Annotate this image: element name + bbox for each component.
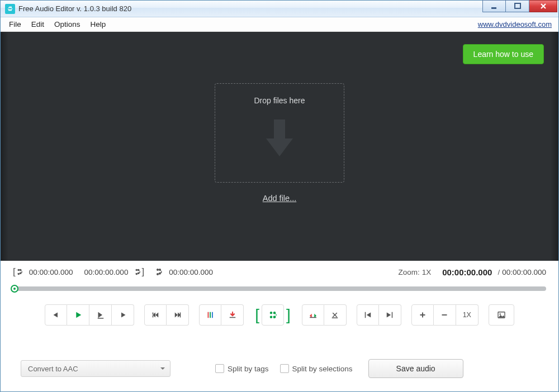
markers-button[interactable] bbox=[199, 304, 221, 326]
toolbar: [ ] bbox=[1, 294, 558, 326]
artwork-button[interactable] bbox=[489, 304, 514, 326]
selection-end-time: 00:00:00.000 bbox=[84, 268, 129, 276]
menu-edit[interactable]: Edit bbox=[26, 18, 49, 30]
seek-track bbox=[13, 286, 546, 291]
svg-rect-10 bbox=[392, 312, 393, 318]
seek-knob[interactable] bbox=[11, 285, 18, 293]
cursor-time: 00:00:00.000 bbox=[169, 268, 213, 276]
window-controls bbox=[482, 1, 557, 17]
svg-rect-1 bbox=[515, 3, 520, 8]
selection-to-end-button[interactable] bbox=[379, 304, 401, 326]
split-by-selections-label: Split by selections bbox=[292, 365, 353, 373]
save-audio-button[interactable]: Save audio bbox=[368, 359, 463, 378]
split-by-tags-label: Split by tags bbox=[228, 365, 269, 373]
svg-rect-3 bbox=[208, 312, 209, 318]
markers-group bbox=[199, 304, 244, 326]
learn-how-to-use-button[interactable]: Learn how to use bbox=[463, 44, 544, 64]
lower-panel: [ 00:00:00.000 00:00:00.000 ] 00:00:00.0… bbox=[1, 261, 558, 391]
chevron-down-icon bbox=[160, 366, 165, 371]
add-marker-button[interactable] bbox=[221, 304, 244, 326]
website-link[interactable]: www.dvdvideosoft.com bbox=[478, 20, 555, 28]
format-select-value: Convert to AAC bbox=[28, 365, 78, 373]
waveform-panel: Learn how to use Drop files here Add fil… bbox=[1, 32, 558, 261]
checkbox-box bbox=[280, 364, 289, 373]
skip-group bbox=[144, 304, 189, 326]
add-file-link[interactable]: Add file... bbox=[263, 194, 296, 203]
svg-rect-7 bbox=[310, 317, 316, 318]
app-window: Free Audio Editor v. 1.0.3 build 820 Fil… bbox=[0, 0, 559, 392]
trim-outside-button[interactable] bbox=[302, 304, 324, 326]
zoom-in-button[interactable] bbox=[411, 304, 434, 326]
play-to-end-button[interactable] bbox=[89, 304, 112, 326]
down-arrow-icon bbox=[262, 117, 297, 159]
selection-end-bracket-icon: ] bbox=[141, 266, 144, 278]
svg-rect-9 bbox=[365, 312, 366, 318]
selection-start-time: 00:00:00.000 bbox=[29, 268, 73, 276]
time-info-row: [ 00:00:00.000 00:00:00.000 ] 00:00:00.0… bbox=[1, 261, 558, 283]
zoom-out-button[interactable] bbox=[434, 304, 456, 326]
drop-text: Drop files here bbox=[254, 96, 305, 105]
play-button[interactable] bbox=[67, 304, 89, 326]
cut-group: [ ] bbox=[254, 304, 292, 326]
svg-rect-4 bbox=[210, 312, 211, 318]
trim-group bbox=[302, 304, 347, 326]
skip-end-button[interactable] bbox=[167, 304, 189, 326]
svg-rect-6 bbox=[229, 317, 235, 318]
menu-help[interactable]: Help bbox=[86, 18, 111, 30]
svg-rect-2 bbox=[97, 318, 103, 319]
selection-edge-group bbox=[357, 304, 401, 326]
next-button[interactable] bbox=[112, 304, 134, 326]
drop-zone[interactable]: Drop files here bbox=[215, 83, 344, 183]
format-select[interactable]: Convert to AAC bbox=[21, 360, 170, 377]
svg-point-12 bbox=[499, 313, 500, 314]
scissors-icon bbox=[134, 268, 141, 276]
scissors-icon bbox=[154, 267, 163, 276]
titlebar: Free Audio Editor v. 1.0.3 build 820 bbox=[1, 1, 558, 17]
prev-button[interactable] bbox=[45, 304, 67, 326]
cut-selection-button[interactable] bbox=[262, 304, 284, 326]
menubar: File Edit Options Help www.dvdvideosoft.… bbox=[1, 17, 558, 32]
window-title: Free Audio Editor v. 1.0.3 build 820 bbox=[18, 4, 131, 13]
maximize-button[interactable] bbox=[506, 0, 529, 12]
zoom-reset-button[interactable]: 1X bbox=[456, 304, 479, 326]
skip-start-button[interactable] bbox=[144, 304, 167, 326]
position-time: 00:00:00.000 bbox=[442, 267, 492, 277]
minimize-button[interactable] bbox=[482, 0, 506, 12]
split-by-tags-checkbox[interactable]: Split by tags bbox=[215, 364, 269, 373]
time-separator: / bbox=[498, 268, 500, 276]
artwork-group bbox=[489, 304, 514, 326]
menu-options[interactable]: Options bbox=[49, 18, 86, 30]
close-button[interactable] bbox=[529, 0, 557, 12]
split-by-selections-checkbox[interactable]: Split by selections bbox=[280, 364, 353, 373]
svg-rect-5 bbox=[212, 312, 213, 318]
zoom-label: Zoom: 1X bbox=[399, 268, 432, 276]
svg-rect-0 bbox=[491, 7, 496, 9]
zoom-group: 1X bbox=[411, 304, 479, 326]
checkbox-box bbox=[215, 364, 224, 373]
selection-to-start-button[interactable] bbox=[357, 304, 379, 326]
bracket-close-icon: ] bbox=[285, 306, 292, 324]
bottom-row: Convert to AAC Split by tags Split by se… bbox=[1, 349, 558, 391]
menu-file[interactable]: File bbox=[4, 18, 26, 30]
delete-selection-button[interactable] bbox=[324, 304, 347, 326]
seek-bar[interactable] bbox=[1, 283, 558, 294]
svg-rect-8 bbox=[332, 318, 338, 319]
app-icon bbox=[5, 4, 15, 14]
duration-time: 00:00:00.000 bbox=[502, 268, 546, 276]
playback-group bbox=[45, 304, 134, 326]
bracket-open-icon: [ bbox=[254, 306, 260, 324]
scissors-icon bbox=[16, 268, 23, 276]
